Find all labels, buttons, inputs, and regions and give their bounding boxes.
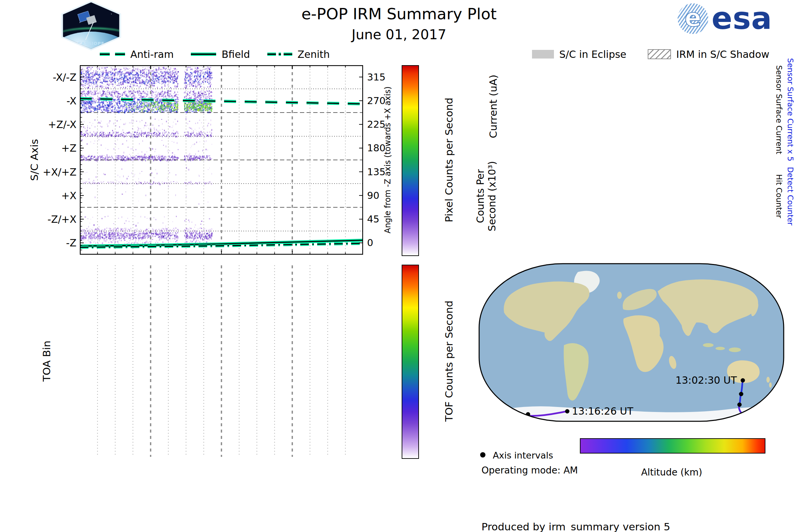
- sc-axis-row-label: +X: [61, 190, 76, 201]
- angle-tick-label: 90: [367, 190, 379, 201]
- anti-ram-line-swatch: [100, 53, 125, 56]
- island-new-zealand-2: [769, 382, 772, 388]
- produced-by-footer: Produced by irm_summary version 5: [481, 521, 670, 532]
- operating-mode: Operating mode: AM: [481, 465, 578, 476]
- esa-globe-icon: e: [678, 3, 708, 34]
- angle-tick-label: 45: [367, 213, 379, 225]
- sensor-surface-current-label: Sensor Surface Current: [775, 65, 783, 154]
- world-map: 13:02:30 UT 13:16:26 UT: [478, 263, 785, 422]
- current-ylabel: Current (uA): [487, 75, 499, 138]
- sc-axis-row-label: +Z: [61, 142, 76, 154]
- track-end-dot: [565, 409, 570, 414]
- zenith-line-swatch: [267, 53, 292, 56]
- anti-ram-legend-label: Anti-ram: [130, 49, 174, 60]
- eclipse-legend: S/C in Eclipse IRM in S/C Shadow: [532, 49, 785, 60]
- counts-ylabel: Counts Per Second (x10³): [474, 161, 498, 231]
- sc-axis-row-label: -X: [66, 95, 76, 107]
- sensor-current-plot: [518, 64, 774, 149]
- toa-bin-spectrogram-plot: [80, 265, 363, 457]
- orientation-legend: Anti-ram Bfield Zenith: [100, 49, 353, 60]
- angle-tick-label: 225: [367, 119, 385, 130]
- angle-tick-label: 135: [367, 166, 385, 177]
- altitude-colorbar: [580, 438, 765, 454]
- axis-interval-dot-3: [738, 403, 742, 407]
- detect-counter-label: Detect Counter: [786, 167, 795, 225]
- sc-axis-row-label: -Z/+X: [48, 213, 76, 225]
- shadow-legend-label: IRM in S/C Shadow: [676, 49, 770, 60]
- sc-axis-row-label: -X/-Z: [53, 71, 76, 83]
- island-new-zealand: [766, 377, 770, 383]
- angle-axis-label: Angle from -Z axis (towards +X axis): [383, 87, 392, 233]
- esa-wordmark: esa: [711, 4, 772, 34]
- pixel-colorbar-label: Pixel Counts per Second: [443, 97, 455, 222]
- zenith-legend-label: Zenith: [298, 49, 330, 60]
- esa-logo: e esa: [678, 3, 777, 35]
- toa-bin-ylabel: TOA Bin: [41, 341, 53, 381]
- tof-counts-colorbar: [402, 265, 419, 459]
- axis-intervals-dot-icon: [480, 452, 486, 457]
- angle-tick-label: 315: [367, 72, 385, 83]
- altitude-colorbar-label: Altitude (km): [628, 467, 715, 478]
- sc-axis-row-label: -Z: [66, 237, 76, 249]
- sc-axis-row-label: +X/+Z: [43, 166, 76, 177]
- axis-interval-dot-1: [741, 378, 745, 383]
- island-new-guinea: [729, 347, 741, 352]
- axis-intervals-label: Axis intervals: [493, 450, 553, 460]
- island-indonesia-2: [716, 347, 725, 350]
- tof-colorbar-label: TOF Counts per Second: [443, 301, 455, 422]
- sc-axis-row-label: +Z/-X: [48, 119, 76, 130]
- counters-plot: [518, 155, 774, 237]
- hit-counter-label: Hit Counter: [775, 174, 783, 218]
- axis-interval-dot-2: [739, 392, 743, 396]
- bfield-line-swatch: [191, 53, 216, 56]
- island-uk: [617, 291, 622, 299]
- shadow-hatch-swatch: [648, 49, 671, 59]
- angle-tick-label: 0: [367, 237, 373, 248]
- epop-irm-summary-figure: CASSIOPE e-POP IRM Summary Plot June 01,…: [0, 0, 798, 532]
- sc-axis-spectrogram-plot: [80, 65, 363, 255]
- angle-tick-label: 270: [367, 95, 385, 107]
- angle-tick-label: 180: [367, 142, 385, 154]
- sensor-surface-current-x5-label: Sensor Surface Current x 5: [786, 58, 795, 161]
- bfield-legend-label: Bfield: [222, 49, 250, 60]
- eclipse-legend-label: S/C in Eclipse: [559, 49, 626, 60]
- track-start-time-label: 13:02:30 UT: [675, 374, 737, 386]
- pixel-counts-colorbar: [402, 65, 419, 256]
- track-end-time-label: 13:16:26 UT: [572, 405, 633, 417]
- island-indonesia-1: [703, 343, 714, 347]
- sc-axis-ylabel: S/C Axis: [28, 139, 40, 181]
- eclipse-swatch: [532, 50, 554, 58]
